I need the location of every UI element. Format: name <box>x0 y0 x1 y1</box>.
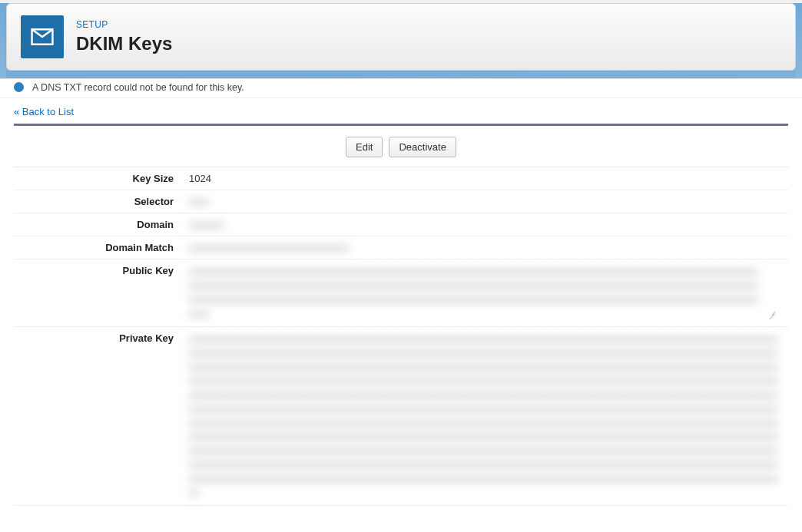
label-selector: Selector <box>14 190 181 213</box>
value-domain-match: xxxxxxxxxxxxxxxxxxxxxxxxxxxxxxxx <box>189 242 349 253</box>
value-selector: xxxx <box>189 196 209 207</box>
resize-handle-icon[interactable] <box>768 312 776 319</box>
label-key-size: Key Size <box>14 167 181 190</box>
row-private-key: Private Key xxxxxxxxxxxxxxxxxxxxxxxxxxxx… <box>14 326 788 505</box>
value-domain: xxxxxxx <box>189 219 224 230</box>
page-header: SETUP DKIM Keys <box>6 3 796 71</box>
toolbar: Edit Deactivate <box>14 126 788 167</box>
page-title: DKIM Keys <box>76 33 172 55</box>
detail-table: Key Size 1024 Selector xxxx Domain xxxxx… <box>14 167 788 506</box>
label-domain-match: Domain Match <box>14 236 181 259</box>
decorative-strip <box>6 71 796 78</box>
row-domain-match: Domain Match xxxxxxxxxxxxxxxxxxxxxxxxxxx… <box>14 236 788 259</box>
row-domain: Domain xxxxxxx <box>14 213 788 236</box>
row-key-size: Key Size 1024 <box>14 167 788 190</box>
deactivate-button[interactable]: Deactivate <box>389 137 456 157</box>
alert-message: A DNS TXT record could not be found for … <box>0 79 802 98</box>
alert-text: A DNS TXT record could not be found for … <box>32 82 244 93</box>
mail-icon <box>21 15 64 58</box>
row-selector: Selector xxxx <box>14 190 788 213</box>
value-key-size: 1024 <box>181 167 788 190</box>
label-domain: Domain <box>14 213 181 236</box>
value-private-key: xxxxxxxxxxxxxxxxxxxxxxxxxxxxxxxxxxxxxxxx… <box>189 332 780 500</box>
label-private-key: Private Key <box>14 326 181 505</box>
header-section: SETUP <box>76 19 172 30</box>
row-public-key: Public Key xxxxxxxxxxxxxxxxxxxxxxxxxxxxx… <box>14 259 788 327</box>
label-public-key: Public Key <box>14 259 181 327</box>
back-to-list-link[interactable]: « Back to List <box>0 98 802 124</box>
value-public-key: xxxxxxxxxxxxxxxxxxxxxxxxxxxxxxxxxxxxxxxx… <box>189 265 759 321</box>
edit-button[interactable]: Edit <box>346 137 383 157</box>
